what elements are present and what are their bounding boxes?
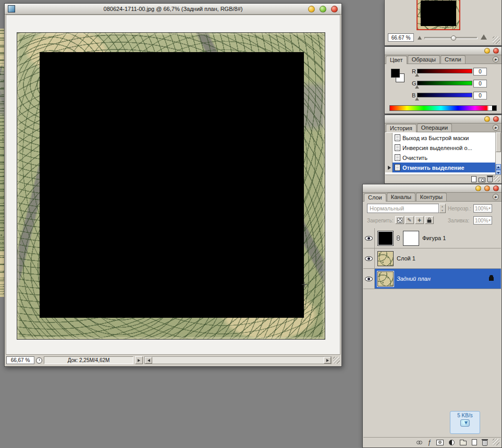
- color-panel-menu-button[interactable]: ▶: [493, 56, 499, 63]
- document-titlebar[interactable]: 080624-1711-00.jpg @ 66,7% (Задний план,…: [5, 4, 341, 15]
- stepper-up-icon[interactable]: ▴: [442, 205, 443, 208]
- layer-name[interactable]: Задний план: [397, 276, 431, 282]
- layers-panel-menu-button[interactable]: ▶: [493, 194, 499, 200]
- blue-value-field[interactable]: [473, 92, 487, 99]
- maximize-button[interactable]: [320, 6, 326, 13]
- zoom-level-field[interactable]: [6, 356, 34, 364]
- scroll-right-button[interactable]: [324, 357, 331, 364]
- color-panel-minimize-button[interactable]: [484, 48, 490, 54]
- adjustment-layer-icon[interactable]: [449, 440, 455, 445]
- history-item[interactable]: Выход из Быстрой маски: [385, 133, 495, 143]
- delete-state-icon[interactable]: [487, 177, 493, 182]
- status-menu-button[interactable]: [135, 356, 143, 364]
- history-scrollbar-thumb[interactable]: [496, 132, 501, 152]
- link-layers-icon[interactable]: [417, 441, 422, 444]
- layer-row-sloy1[interactable]: Слой 1: [363, 248, 501, 269]
- history-source-column[interactable]: [385, 143, 393, 153]
- color-panel-close-button[interactable]: [493, 48, 499, 54]
- blend-mode-dropdown[interactable]: Нормальный: [367, 204, 439, 213]
- layer-thumbnail[interactable]: [377, 271, 394, 287]
- layers-resize-grip[interactable]: [493, 439, 499, 445]
- red-value-field[interactable]: [473, 68, 487, 76]
- lock-all-button[interactable]: [425, 216, 434, 224]
- tab-swatches[interactable]: Образцы: [408, 55, 440, 64]
- red-slider-thumb[interactable]: [415, 73, 419, 77]
- tab-color[interactable]: Цвет: [386, 56, 407, 64]
- opacity-dropdown-icon[interactable]: ▾: [488, 206, 491, 210]
- zoom-in-icon[interactable]: [481, 34, 487, 40]
- canvas-area[interactable]: [6, 15, 340, 355]
- history-source-column[interactable]: [385, 163, 393, 172]
- color-spectrum-ramp[interactable]: [389, 105, 497, 111]
- layer-thumbnail[interactable]: [377, 231, 394, 246]
- history-source-column[interactable]: [385, 153, 393, 163]
- blue-slider-thumb[interactable]: [415, 97, 419, 101]
- layers-panel-close-button[interactable]: [493, 185, 499, 191]
- green-slider-thumb[interactable]: [415, 85, 419, 89]
- layer-row-figura1[interactable]: Фигура 1: [363, 228, 501, 248]
- scrollbar-track[interactable]: [152, 357, 324, 364]
- history-panel-minimize-button[interactable]: [484, 116, 490, 122]
- layer-visibility-toggle[interactable]: [363, 228, 375, 248]
- navigator-view-box[interactable]: [417, 0, 460, 30]
- new-group-icon[interactable]: [460, 441, 467, 445]
- layer-visibility-toggle[interactable]: [363, 269, 375, 289]
- horizontal-scrollbar[interactable]: [144, 356, 332, 364]
- layer-style-icon[interactable]: ƒ: [427, 439, 431, 446]
- window-resize-grip[interactable]: [333, 357, 340, 364]
- document-image[interactable]: [17, 32, 325, 340]
- layers-panel-minimize-button[interactable]: [475, 185, 481, 191]
- minimize-button[interactable]: [308, 6, 315, 13]
- history-panel-close-button[interactable]: [493, 116, 499, 122]
- new-layer-icon[interactable]: [472, 439, 477, 445]
- delete-layer-icon[interactable]: [482, 440, 487, 446]
- layers-panel-titlebar[interactable]: [363, 184, 501, 193]
- blue-slider[interactable]: [417, 93, 472, 97]
- tab-channels[interactable]: Каналы: [387, 193, 415, 201]
- history-item-selected[interactable]: Отменить выделение: [385, 163, 495, 172]
- history-scroll-up-button[interactable]: [496, 164, 501, 170]
- tab-styles[interactable]: Стили: [440, 55, 466, 64]
- tab-layers[interactable]: Слои: [364, 193, 386, 202]
- history-resize-grip[interactable]: [494, 176, 500, 182]
- fill-field[interactable]: 100% ▾: [473, 216, 492, 225]
- layer-thumbnail[interactable]: [377, 251, 394, 266]
- tab-actions[interactable]: Операции: [417, 123, 452, 132]
- add-layer-mask-icon[interactable]: [436, 440, 444, 445]
- new-snapshot-icon[interactable]: [479, 178, 485, 182]
- red-slider[interactable]: [417, 69, 472, 73]
- green-value-field[interactable]: [473, 80, 487, 88]
- history-item[interactable]: Очистить: [385, 153, 495, 163]
- blend-mode-stepper[interactable]: ▴ ▾: [439, 204, 446, 213]
- navigator-resize-grip[interactable]: [493, 36, 500, 44]
- layer-visibility-toggle[interactable]: [363, 248, 375, 268]
- tab-history[interactable]: История: [386, 124, 417, 132]
- fill-dropdown-icon[interactable]: ▾: [488, 218, 491, 222]
- tab-paths[interactable]: Контуры: [416, 193, 447, 201]
- color-panel-titlebar[interactable]: [385, 47, 501, 55]
- zoom-out-icon[interactable]: [418, 36, 422, 40]
- navigator-zoom-field[interactable]: [388, 33, 414, 42]
- layers-panel-restore-button[interactable]: [484, 185, 490, 191]
- mask-link-icon[interactable]: [397, 235, 400, 241]
- history-scrollbar[interactable]: [495, 132, 501, 176]
- layer-name[interactable]: Слой 1: [397, 255, 415, 262]
- green-slider[interactable]: [417, 81, 472, 85]
- stepper-down-icon[interactable]: ▾: [442, 209, 443, 212]
- history-item[interactable]: Инверсия выделенной о...: [385, 143, 495, 153]
- close-button[interactable]: [331, 6, 338, 13]
- zoom-slider-thumb[interactable]: [451, 35, 456, 41]
- navigator-zoom-slider[interactable]: [424, 37, 477, 39]
- layer-mask-thumbnail[interactable]: [403, 231, 419, 246]
- history-panel-titlebar[interactable]: [385, 115, 501, 123]
- history-panel-menu-button[interactable]: ▶: [493, 125, 499, 131]
- layer-row-background-selected[interactable]: Задний план: [363, 269, 501, 289]
- scroll-left-button[interactable]: [145, 357, 152, 364]
- history-source-column[interactable]: [385, 133, 393, 143]
- new-document-from-state-icon[interactable]: [471, 176, 476, 182]
- lock-transparency-button[interactable]: [395, 216, 404, 224]
- lock-position-button[interactable]: +: [415, 216, 424, 224]
- lock-pixels-button[interactable]: ✎: [405, 216, 414, 224]
- layer-name[interactable]: Фигура 1: [422, 235, 446, 241]
- opacity-field[interactable]: 100% ▾: [473, 204, 492, 213]
